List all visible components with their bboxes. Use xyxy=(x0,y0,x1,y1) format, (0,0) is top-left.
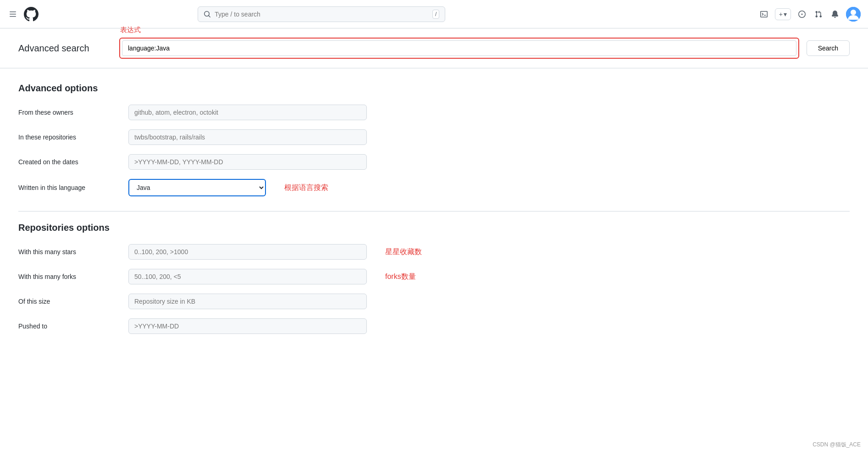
repos-input[interactable] xyxy=(128,129,367,145)
global-search-bar[interactable]: / xyxy=(198,6,445,22)
repositories-options-title: Repositories options xyxy=(18,222,850,233)
size-input[interactable] xyxy=(128,294,367,309)
expression-input-container: 表达式 xyxy=(119,38,799,59)
advanced-search-title: Advanced search xyxy=(18,43,110,54)
dates-label: Created on the dates xyxy=(18,158,119,166)
forks-input[interactable] xyxy=(128,269,367,284)
plus-dropdown-icon: ▾ xyxy=(784,11,787,18)
language-annotation: 根据语言搜索 xyxy=(284,183,328,193)
expression-search-wrapper: 表达式 Search xyxy=(119,38,850,59)
form-row-stars: With this many stars 星星收藏数 xyxy=(18,244,850,260)
advanced-options-section: Advanced options From these owners In th… xyxy=(18,83,850,196)
stars-input[interactable] xyxy=(128,244,367,260)
section-divider xyxy=(18,211,850,211)
main-content: Advanced options From these owners In th… xyxy=(0,68,868,363)
form-row-owners: From these owners xyxy=(18,105,850,120)
expression-label: 表达式 xyxy=(120,26,141,34)
language-select[interactable]: Any Java JavaScript Python TypeScript C+… xyxy=(128,179,266,196)
pull-requests-button[interactable] xyxy=(813,9,824,20)
github-logo[interactable] xyxy=(24,7,39,22)
advanced-options-title: Advanced options xyxy=(18,83,850,94)
notifications-button[interactable] xyxy=(829,9,840,20)
search-icon xyxy=(204,11,211,18)
repositories-options-section: Repositories options With this many star… xyxy=(18,222,850,334)
expression-input[interactable] xyxy=(122,40,796,56)
header-right: + ▾ xyxy=(758,7,861,22)
form-row-dates: Created on the dates xyxy=(18,154,850,170)
search-wrapper[interactable]: / xyxy=(198,6,445,22)
svg-point-1 xyxy=(851,10,856,15)
form-row-pushed: Pushed to xyxy=(18,318,850,334)
repos-label: In these repositories xyxy=(18,133,119,141)
stars-label: With this many stars xyxy=(18,248,119,256)
pushed-label: Pushed to xyxy=(18,323,119,330)
form-row-repos: In these repositories xyxy=(18,129,850,145)
actions-button[interactable] xyxy=(796,9,807,20)
avatar[interactable] xyxy=(846,7,861,22)
header: / + ▾ xyxy=(0,0,868,28)
terminal-button[interactable] xyxy=(758,9,769,20)
global-search-input[interactable] xyxy=(215,11,429,18)
owners-label: From these owners xyxy=(18,109,119,116)
language-label: Written in this language xyxy=(18,184,119,191)
search-kbd: / xyxy=(432,10,439,19)
hamburger-button[interactable] xyxy=(7,9,18,20)
create-button[interactable]: + ▾ xyxy=(775,8,791,20)
owners-input[interactable] xyxy=(128,105,367,120)
form-row-language: Written in this language Any Java JavaSc… xyxy=(18,179,850,196)
advanced-search-header: Advanced search 表达式 Search xyxy=(0,28,868,68)
dates-input[interactable] xyxy=(128,154,367,170)
form-row-forks: With this many forks forks数量 xyxy=(18,269,850,284)
pushed-input[interactable] xyxy=(128,318,367,334)
forks-label: With this many forks xyxy=(18,273,119,280)
forks-annotation: forks数量 xyxy=(385,272,416,282)
search-button[interactable]: Search xyxy=(807,40,850,56)
header-left xyxy=(7,7,39,22)
size-label: Of this size xyxy=(18,298,119,305)
stars-annotation: 星星收藏数 xyxy=(385,247,422,257)
form-row-size: Of this size xyxy=(18,294,850,309)
plus-icon: + xyxy=(779,11,783,18)
